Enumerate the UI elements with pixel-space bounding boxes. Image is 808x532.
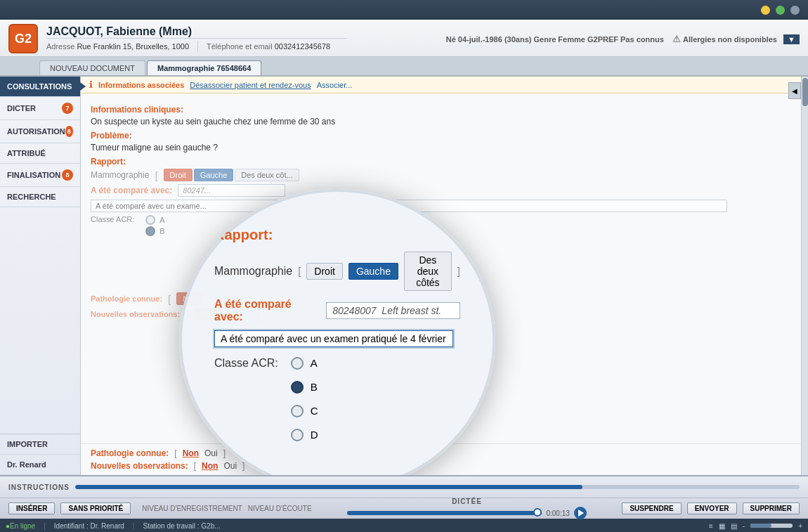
zoom-acr-a-radio[interactable] xyxy=(291,357,304,370)
zoom-acr-d-label: D xyxy=(311,429,318,441)
sidebar-item-importer[interactable]: IMPORTER xyxy=(0,434,80,455)
status-bar: ●En ligne | Identifiant : Dr. Renard | S… xyxy=(0,519,808,532)
status-icon-plus[interactable]: + xyxy=(798,522,802,530)
zoom-acr-a-label: A xyxy=(311,357,318,369)
patient-name: JACQUOT, Fabienne (Mme) xyxy=(46,25,347,38)
sans-priorite-button[interactable]: SANS PRIORITÉ xyxy=(60,502,131,514)
zoom-bracket-close: ] xyxy=(457,265,460,277)
tabs-bar: NOUVEAU DOCUMENT Mammographie 76548664 xyxy=(0,57,808,77)
compare-row: A été comparé avec: xyxy=(91,184,798,197)
progress-fill xyxy=(75,485,582,489)
observations-label-bg: Nouvelles observations: xyxy=(91,310,180,318)
zoom-compare-label: A été comparé avec: xyxy=(214,298,320,323)
associer-link[interactable]: Associer... xyxy=(317,81,353,89)
mammo-deuxcotes-btn[interactable]: Des deux côt... xyxy=(235,169,299,181)
text-info-cliniques: On suspecte un kyste au sein gauche chez… xyxy=(91,117,798,126)
compare-input[interactable] xyxy=(178,184,285,197)
info-icon: ℹ xyxy=(89,79,93,90)
zoom-acr-d-radio[interactable] xyxy=(291,429,304,441)
status-icon-grid[interactable]: ▦ xyxy=(719,522,725,530)
zoom-mammo-label: Mammographie xyxy=(214,265,292,278)
status-icon-list[interactable]: ≡ xyxy=(709,522,713,530)
zoom-acr-c-label: C xyxy=(311,405,318,417)
close-button[interactable] xyxy=(790,6,800,15)
maximize-button[interactable] xyxy=(776,6,785,15)
dissocier-link[interactable]: Désassocier patient et rendez-vous xyxy=(190,81,311,89)
zoom-compare-text-row xyxy=(214,330,460,347)
mammo-options: Droit Gauche Des deux côt... xyxy=(164,169,299,181)
sidebar-item-consultations[interactable]: CONSULTATIONS xyxy=(0,77,80,97)
status-icon-lines[interactable]: ▤ xyxy=(731,522,737,530)
instructions-progress-bar xyxy=(75,485,800,489)
zoom-acr-c-row: C xyxy=(291,405,318,417)
content-area: ℹ Informations associées Désassocier pat… xyxy=(81,77,808,475)
sidebar-item-autorisation[interactable]: AUTORISATION 8 xyxy=(0,120,80,143)
logo: G2 xyxy=(8,24,38,53)
patient-meta: Né 04-juil.-1986 (30ans) Genre Femme G2P… xyxy=(446,34,800,44)
zoom-acr-b-row: B xyxy=(291,381,318,394)
status-icon-minus[interactable]: - xyxy=(743,522,745,530)
supprimer-button[interactable]: SUPPRIMER xyxy=(743,502,800,514)
zoom-acr-b-radio[interactable] xyxy=(291,381,304,394)
scroll-thumb[interactable] xyxy=(802,78,808,106)
obs-oui-label: Oui xyxy=(223,461,237,471)
finalisation-badge: 8 xyxy=(62,169,73,181)
zoom-compare-row: A été comparé avec: xyxy=(214,298,460,323)
suspendre-button[interactable]: SUSPENDRE xyxy=(622,502,681,514)
niveau-ecoute-label: NIVEAU D'ÉCOUTE xyxy=(248,505,312,512)
allergy-icon: ⚠ xyxy=(672,34,681,44)
acr-b-radio-bg[interactable] xyxy=(145,226,155,236)
scrollbar[interactable] xyxy=(801,77,808,475)
observations-label: Nouvelles observations: xyxy=(91,461,188,471)
acr-a-radio-bg[interactable] xyxy=(145,215,155,225)
zoom-mammo-row: Mammographie [ Droit Gauche Des deux côt… xyxy=(214,252,460,291)
instructions-panel: INSTRUCTIONS xyxy=(0,475,808,498)
audio-thumb[interactable] xyxy=(533,508,542,517)
mammo-droit-btn[interactable]: Droit xyxy=(164,169,193,181)
zoom-acr-b-label: B xyxy=(311,381,318,393)
envoyer-button[interactable]: ENVOYER xyxy=(687,502,737,514)
mammo-gauche-btn[interactable]: Gauche xyxy=(194,169,234,181)
dicter-badge: 7 xyxy=(62,103,73,114)
mammographie-row: Mammographie [ Droit Gauche Des deux côt… xyxy=(91,169,798,181)
audio-progress-bar[interactable] xyxy=(347,511,542,515)
address-field: Adresse Rue Franklin 15, Bruxelles, 1000 xyxy=(46,41,198,52)
zoom-overlay: Rapport: Mammographie [ Droit Gauche Des… xyxy=(179,189,495,475)
audio-play-button[interactable] xyxy=(574,507,587,519)
path-oui-label: Oui xyxy=(204,448,218,458)
sidebar-item-attribue[interactable]: ATTRIBUÉ xyxy=(0,143,80,164)
sidebar-item-dicter[interactable]: DICTER 7 xyxy=(0,97,80,120)
zoom-bracket-open: [ xyxy=(298,265,301,277)
zoom-compare-text-input[interactable] xyxy=(214,330,453,347)
pathologie-label: Pathologie connue: xyxy=(91,448,169,458)
zoom-acr-c-radio[interactable] xyxy=(291,405,304,417)
title-bar xyxy=(0,0,808,20)
collapse-button[interactable]: ◀ xyxy=(788,82,801,99)
zoom-deuxcotes-btn[interactable]: Des deux côtés xyxy=(404,252,452,291)
acr-a-label-bg: A xyxy=(159,216,164,224)
mammo-label: Mammographie xyxy=(91,170,149,180)
tab-mammographie[interactable]: Mammographie 76548664 xyxy=(147,60,261,75)
minimize-button[interactable] xyxy=(761,6,770,15)
allergy-expand-button[interactable]: ▼ xyxy=(783,34,800,44)
sidebar-item-finalisation[interactable]: FINALISATION 8 xyxy=(0,164,80,187)
sidebar-item-recherche[interactable]: RECHERCHE xyxy=(0,187,80,207)
sidebar-item-doctor[interactable]: Dr. Renard xyxy=(0,455,80,475)
section-rapport: Rapport: xyxy=(91,157,798,167)
dictee-label: DICTÉE xyxy=(452,498,482,505)
niveau-enregistrement-label: NIVEAU D'ENREGISTREMENT xyxy=(142,505,242,512)
station-status: Station de travail : G2b... xyxy=(143,522,220,530)
zoom-droit-btn[interactable]: Droit xyxy=(306,263,343,280)
info-association-bar: ℹ Informations associées Désassocier pat… xyxy=(81,77,808,93)
bracket-open: [ xyxy=(155,169,157,181)
acr-label-bg: Classe ACR: xyxy=(91,215,134,223)
zoom-acr-row: Classe ACR: A B C xyxy=(214,357,460,447)
tab-nouveau-document[interactable]: NOUVEAU DOCUMENT xyxy=(39,60,145,75)
zoom-gauche-btn[interactable]: Gauche xyxy=(348,263,398,280)
section-info-cliniques: Informations cliniques: xyxy=(91,105,798,115)
play-icon xyxy=(578,510,584,517)
sidebar-bottom: IMPORTER Dr. Renard xyxy=(0,434,80,475)
inserer-button[interactable]: INSÉRER xyxy=(8,502,55,514)
zoom-compare-input[interactable] xyxy=(326,302,460,319)
status-zoom-slider[interactable] xyxy=(750,524,793,528)
